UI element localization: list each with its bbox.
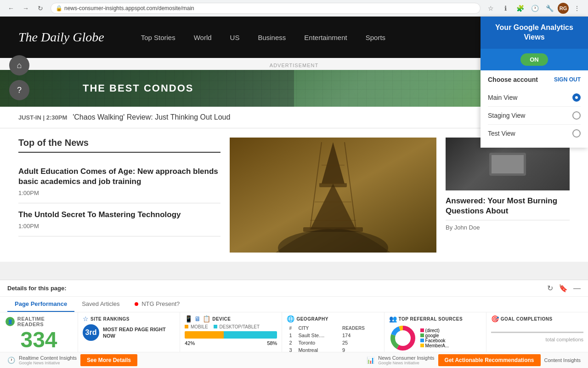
geo-row-1: 1 Sault Ste.... 174 [288, 332, 378, 339]
reload-button[interactable]: ↻ [34, 2, 47, 15]
google-news-initiative-label-right: Google News Initiative [378, 361, 434, 365]
extension-icon[interactable]: 🧩 [514, 2, 526, 15]
url-text: news-consumer-insights.appspot.com/demos… [64, 5, 194, 12]
radio-test[interactable] [572, 129, 581, 138]
forward-button[interactable]: → [19, 2, 32, 15]
referral-header: 👥 TOP REFERRAL SOURCES [389, 315, 481, 322]
goal-bar [491, 332, 583, 333]
tab-ntg-present[interactable]: NTG Present? [127, 297, 187, 312]
tab-saved-articles[interactable]: Saved Articles [74, 297, 127, 312]
radio-staging[interactable] [572, 111, 581, 120]
geo-row-2: 2 Toronto 25 [288, 339, 378, 346]
address-bar[interactable]: 🔒 news-consumer-insights.appspot.com/dem… [51, 3, 481, 14]
menu-icon[interactable]: ⋮ [571, 2, 583, 15]
google-news-initiative-label-left: Google News Initiative [19, 361, 77, 365]
footer-right: 📊 News Consumer Insights Google News Ini… [367, 354, 581, 366]
help-icon-button[interactable]: ? [9, 80, 29, 100]
left-column: Top of the News Adult Education Comes of… [18, 138, 220, 253]
view-option-test[interactable]: Test View [488, 125, 581, 142]
goal-icon: 🎯 [491, 315, 499, 322]
reader-label: REALTIME READERS [17, 316, 72, 327]
clock-icon[interactable]: 🕐 [528, 2, 541, 15]
tab-page-performance[interactable]: Page Performance [7, 297, 74, 312]
analytics-panel: Your Google Analytics Views ON Choose ac… [481, 17, 588, 148]
center-article-image[interactable] [230, 138, 436, 253]
referral-icon: 👥 [389, 315, 397, 322]
sign-out-button[interactable]: SIGN OUT [554, 76, 581, 83]
nav-links: Top Stories World US Business Entertainm… [141, 34, 385, 41]
geo-col-readers: READERS [341, 325, 379, 331]
site-rankings-header: ☆ SITE RANKINGS [83, 315, 175, 322]
breaking-title[interactable]: 'Chaos Walking' Review: Just Thinking Ou… [73, 113, 230, 121]
footer-left: 🕐 Realtime Content Insights Google News … [7, 354, 137, 366]
footer-chart-icon: 📊 [367, 356, 374, 364]
get-recommendations-button[interactable]: Get Actionable Recommendations [438, 354, 541, 366]
insights-tabs: Page Performance Saved Articles NTG Pres… [0, 297, 588, 312]
see-more-details-button[interactable]: See More Details [80, 354, 137, 366]
view-option-main[interactable]: Main View [488, 89, 581, 107]
analytics-toggle-button[interactable]: ON [520, 53, 548, 66]
desktop-label: DESKTOP/TABLET [214, 324, 260, 329]
right-column: Answered: Your Most Burning Questions Ab… [446, 138, 570, 253]
bookmark-icon[interactable]: ☆ [484, 2, 497, 15]
geo-readers-3: 9 [341, 347, 379, 352]
geo-readers-1: 174 [341, 332, 379, 339]
section-divider [18, 152, 220, 153]
referral-widget: 👥 TOP REFERRAL SOURCES (direct) google [384, 312, 486, 352]
info-icon[interactable]: ℹ [499, 2, 512, 15]
nav-entertainment[interactable]: Entertainment [304, 34, 347, 41]
main-content: Top of the News Adult Education Comes of… [0, 128, 588, 262]
minimize-icon-button[interactable]: — [573, 284, 581, 293]
view-label-main: Main View [488, 94, 517, 101]
radio-main[interactable] [572, 93, 581, 102]
right-article-author: By John Doe [446, 224, 570, 231]
stats-area: ☆ SITE RANKINGS 3rd MOST READ PAGE RIGHT… [78, 312, 588, 352]
puzzle-icon[interactable]: 🔧 [543, 2, 556, 15]
nav-sports[interactable]: Sports [366, 34, 385, 41]
goal-completions-widget: 🎯 GOAL COMPLETIONS total completions [486, 312, 588, 352]
desktop-pct: 58% [267, 340, 277, 346]
article-item-2: The Untold Secret To Mastering Technolog… [18, 203, 220, 236]
referral-item-google: google [420, 333, 449, 338]
referral-item-member: MemberA... [420, 343, 449, 348]
site-logo[interactable]: The Daily Globe [18, 30, 104, 45]
article-time-2: 1:00PM [18, 223, 220, 230]
nav-us[interactable]: US [230, 34, 240, 41]
analytics-toggle-bar: ON [481, 49, 588, 70]
browser-chrome: ← → ↻ 🔒 news-consumer-insights.appspot.c… [0, 0, 588, 17]
device-widget: 📱 🖥 📋 DEVICE MOBILE DESKTOP/TABLET [180, 312, 282, 352]
geo-rank-3: 3 [288, 347, 296, 352]
device-header: 📱 🖥 📋 DEVICE [185, 315, 277, 322]
referral-donut-chart [389, 324, 417, 352]
refresh-icon-button[interactable]: ↻ [547, 284, 553, 293]
goal-header: 🎯 GOAL COMPLETIONS [491, 315, 583, 322]
nav-top-stories[interactable]: Top Stories [141, 34, 175, 41]
article-title-2[interactable]: The Untold Secret To Mastering Technolog… [18, 210, 220, 220]
bookmark-icon-button[interactable]: 🔖 [559, 284, 568, 293]
geography-header: 🌐 GEOGRAPHY [287, 315, 379, 322]
tablet-icon: 📋 [203, 315, 210, 322]
lock-icon: 🔒 [56, 5, 62, 12]
geo-col-num: # [288, 325, 296, 331]
back-button[interactable]: ← [5, 2, 17, 15]
referral-title: TOP REFERRAL SOURCES [399, 316, 463, 322]
user-avatar[interactable]: RG [558, 3, 569, 14]
analytics-body: Choose account SIGN OUT Main View Stagin… [481, 70, 588, 148]
home-icon-button[interactable]: ⌂ [9, 55, 29, 75]
toolbar-icons: ↻ 🔖 — [547, 284, 581, 293]
mobile-bar [185, 331, 224, 339]
content-insights-label: Content Insights [544, 357, 581, 363]
nav-business[interactable]: Business [258, 34, 286, 41]
insights-footer: 🕐 Realtime Content Insights Google News … [0, 352, 588, 368]
right-article-title[interactable]: Answered: Your Most Burning Questions Ab… [446, 196, 570, 216]
article-title-1[interactable]: Adult Education Comes of Age: New approa… [18, 167, 220, 187]
site-rankings-widget: ☆ SITE RANKINGS 3rd MOST READ PAGE RIGHT… [78, 312, 180, 352]
section-title: Top of the News [18, 138, 220, 148]
view-option-staging[interactable]: Staging View [488, 107, 581, 125]
nav-world[interactable]: World [194, 34, 212, 41]
geo-city-3: Montreal [297, 347, 340, 352]
reader-panel: 👤 REALTIME READERS 334 ▼ -1.4% vs. 20min… [0, 312, 78, 352]
site-rankings-icon: ☆ [83, 315, 89, 322]
svg-rect-5 [319, 184, 347, 187]
geo-readers-2: 25 [341, 339, 379, 346]
